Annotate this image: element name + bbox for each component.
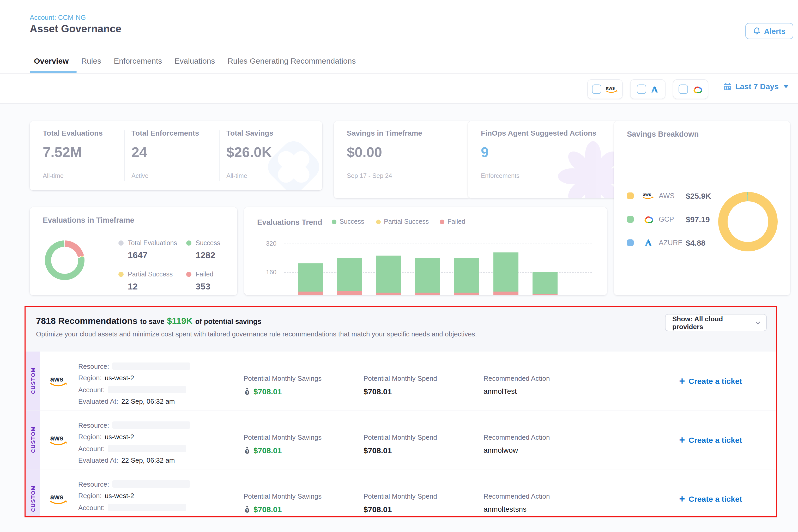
recommendations-count: 7818 Recommendations bbox=[36, 316, 137, 326]
y-tick: 160 bbox=[259, 269, 277, 276]
action-value: anmoltestsns bbox=[483, 505, 645, 513]
svg-text:aws: aws bbox=[643, 192, 651, 197]
recommendation-row: CUSTOM aws Resource: Region:us-west-2 Ac… bbox=[25, 352, 776, 411]
active-tab-underline bbox=[30, 71, 77, 73]
svg-text:$: $ bbox=[246, 391, 248, 394]
create-ticket-button[interactable]: + Create a ticket bbox=[645, 411, 776, 469]
redacted-account-value bbox=[108, 386, 186, 394]
recommendations-header: 7818 Recommendations to save $119K of po… bbox=[25, 307, 776, 352]
aws-logo-icon: aws bbox=[40, 411, 78, 469]
alerts-label: Alerts bbox=[764, 27, 785, 35]
savings-breakdown-donut-chart bbox=[718, 192, 778, 251]
legend-item-gcp: GCP $97.19 bbox=[627, 211, 711, 227]
gcp-icon bbox=[642, 215, 655, 224]
legend-label: GCP bbox=[659, 215, 686, 223]
potential-monthly-savings: Potential Monthly Savings $$708.01 bbox=[244, 352, 363, 410]
stat-title: Savings in Timeframe bbox=[347, 129, 471, 137]
svg-text:$: $ bbox=[246, 450, 248, 453]
stat-value: 7.52M bbox=[43, 145, 103, 160]
svg-text:aws: aws bbox=[50, 375, 63, 383]
legend-label: Success bbox=[195, 240, 220, 247]
divider bbox=[124, 130, 125, 181]
plus-icon: + bbox=[679, 435, 685, 445]
money-bag-icon: $ bbox=[244, 506, 251, 513]
potential-monthly-savings: Potential Monthly Savings $$708.01 bbox=[244, 411, 363, 469]
recommendations-description: Optimize your cloud assets and minimize … bbox=[36, 330, 477, 338]
potential-monthly-spend: Potential Monthly Spend $708.01 bbox=[363, 352, 483, 410]
filter-azure[interactable] bbox=[630, 79, 666, 99]
tab-rules[interactable]: Rules bbox=[81, 56, 101, 65]
stat-value: 24 bbox=[131, 145, 199, 160]
trend-bar-chart bbox=[284, 244, 606, 295]
tab-rules-generating-recommendations[interactable]: Rules Generating Recommendations bbox=[227, 56, 356, 65]
money-bag-icon: $ bbox=[244, 446, 251, 454]
money-bag-icon: $ bbox=[244, 387, 251, 395]
partial-dot bbox=[118, 272, 124, 277]
evaluations-trend-card: Evaluations Trend Success Partial Succes… bbox=[244, 207, 607, 295]
region-value: us-west-2 bbox=[105, 433, 134, 441]
evaluated-at-value: 22 Sep, 06:32 am bbox=[121, 516, 175, 518]
aws-icon: aws bbox=[642, 191, 655, 200]
card-title: Savings Breakdown bbox=[627, 130, 699, 138]
chevron-down-icon bbox=[755, 320, 761, 326]
success-dot bbox=[332, 219, 337, 224]
total-dot bbox=[118, 241, 124, 246]
potential-savings-amount: $119K bbox=[167, 316, 192, 326]
gcp-checkbox[interactable] bbox=[678, 84, 688, 94]
recommended-action: Recommended Action anmolwow bbox=[483, 411, 645, 469]
filter-gcp[interactable] bbox=[673, 79, 708, 99]
recommendation-row: CUSTOM aws Resource: Region:us-west-2 Ac… bbox=[25, 411, 776, 470]
legend-item-partial: Partial Success 12 bbox=[128, 271, 173, 292]
tab-overview[interactable]: Overview bbox=[34, 56, 69, 65]
legend-label: Total Evaluations bbox=[128, 240, 177, 247]
stat-value: 9 bbox=[481, 145, 620, 160]
redacted-resource-value bbox=[112, 422, 191, 429]
legend-label: AWS bbox=[659, 192, 686, 200]
recommendations-title: 7818 Recommendations to save $119K of po… bbox=[36, 316, 261, 326]
stat-title: Total Enforcements bbox=[131, 129, 199, 137]
legend-item-success: Success 1282 bbox=[195, 240, 220, 261]
stat-caption: All-time bbox=[226, 172, 273, 179]
legend-item-aws: aws AWS $25.9K bbox=[627, 188, 711, 204]
potential-monthly-savings: Potential Monthly Savings $$708.01 bbox=[244, 470, 363, 517]
action-value: anmolTest bbox=[483, 387, 645, 395]
filter-aws[interactable]: aws bbox=[587, 79, 623, 99]
potential-monthly-spend: Potential Monthly Spend $708.01 bbox=[363, 470, 483, 517]
aws-icon: aws bbox=[605, 84, 618, 94]
aws-checkbox[interactable] bbox=[592, 84, 601, 94]
region-value: us-west-2 bbox=[105, 492, 134, 500]
azure-icon bbox=[650, 84, 659, 94]
page: Account: CCM-NG Asset Governance Alerts … bbox=[0, 0, 798, 532]
custom-tag: CUSTOM bbox=[25, 411, 40, 469]
tab-evaluations[interactable]: Evaluations bbox=[174, 56, 215, 65]
redacted-account-value bbox=[108, 504, 186, 511]
cloud-provider-filter-dropdown[interactable]: Show: All cloud providers bbox=[665, 314, 767, 331]
bell-icon bbox=[753, 27, 760, 35]
action-value: anmolwow bbox=[483, 446, 645, 454]
breadcrumb[interactable]: Account: CCM-NG bbox=[30, 14, 86, 21]
gcp-icon bbox=[691, 85, 703, 94]
evaluated-at-value: 22 Sep, 06:32 am bbox=[121, 457, 175, 464]
date-range-selector[interactable]: Last 7 Days bbox=[723, 82, 788, 91]
azure-checkbox[interactable] bbox=[636, 84, 646, 94]
savings-value: $708.01 bbox=[253, 505, 282, 514]
success-dot bbox=[186, 241, 191, 246]
stat-title: FinOps Agent Suggested Actions bbox=[481, 129, 620, 137]
create-ticket-button[interactable]: + Create a ticket bbox=[645, 470, 776, 517]
legend-value: 1282 bbox=[195, 250, 220, 261]
stat-value: $0.00 bbox=[347, 145, 471, 160]
region-value: us-west-2 bbox=[105, 374, 134, 382]
tab-enforcements[interactable]: Enforcements bbox=[114, 56, 162, 65]
recommended-action: Recommended Action anmoltestsns bbox=[483, 470, 645, 517]
evaluations-timeframe-card: Evaluations in Timeframe Total Evaluatio… bbox=[30, 207, 237, 295]
legend-item-success: Success bbox=[332, 218, 364, 225]
alerts-button[interactable]: Alerts bbox=[745, 23, 793, 39]
legend-value: 12 bbox=[128, 282, 173, 292]
redacted-resource-value bbox=[112, 363, 191, 370]
stat-title: Total Evaluations bbox=[43, 129, 103, 137]
plus-icon: + bbox=[679, 376, 685, 386]
y-tick: 320 bbox=[259, 240, 277, 247]
aws-logo-icon: aws bbox=[40, 470, 78, 517]
create-ticket-button[interactable]: + Create a ticket bbox=[645, 352, 776, 410]
savings-breakdown-card: Savings Breakdown aws AWS $25.9K GCP $97… bbox=[614, 121, 790, 295]
